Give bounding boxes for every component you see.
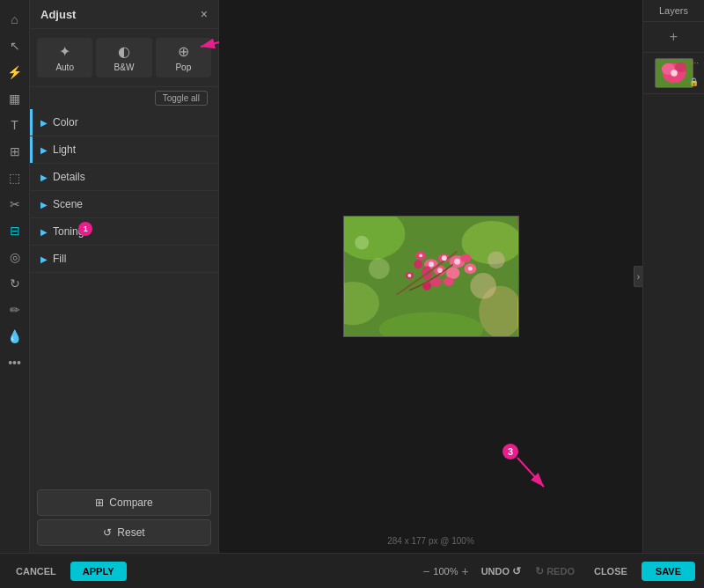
pop-tool-button[interactable]: ⊕ Pop [156,38,211,77]
canvas-area: › 284 x 177 px @ 100% 3 [219,0,642,553]
chevron-icon: ▶ [40,227,48,237]
select-icon[interactable]: ⬚ [3,165,27,190]
svg-point-43 [671,70,678,77]
reset-label: Reset [117,526,144,539]
section-scene-label: Scene [53,198,83,210]
cancel-button[interactable]: CANCEL [9,562,63,580]
svg-point-19 [429,261,434,267]
annotation-arrow-3: 3 [484,438,563,500]
auto-label: Auto [55,62,74,72]
left-toolbar: ⌂ ↖ ⚡ ▦ T ⊞ ⬚ ✂ ⊟ ◎ ↻ ✏ 💧 ••• [0,0,30,553]
layers-header: Layers [643,0,704,22]
layer-thumbnail[interactable]: ··· 🔒 [643,53,704,94]
svg-point-16 [414,260,422,268]
bw-label: B&W [114,62,135,72]
section-light: ▶ Light [30,136,218,164]
panel-close-button[interactable]: × [201,7,208,21]
section-light-header[interactable]: ▶ Light [30,136,218,163]
section-toning-header[interactable]: ▶ Toning 1 [30,218,218,245]
zoom-out-button[interactable]: − [422,564,429,578]
svg-point-17 [460,254,471,262]
svg-point-36 [502,444,518,459]
apply-button[interactable]: APPLY [70,562,127,581]
svg-point-18 [429,276,442,287]
section-details-label: Details [53,171,85,183]
section-color-header[interactable]: ▶ Color [30,109,218,136]
save-button[interactable]: SAVE [642,562,695,581]
pop-label: Pop [175,62,191,72]
panel-buttons: ⊞ Compare ↺ Reset [30,482,218,553]
undo-redo-controls: UNDO ↺ ↻ REDO [476,562,580,581]
toggle-all-button[interactable]: Toggle all [155,91,208,106]
toning-badge: 1 [78,222,92,236]
svg-point-30 [443,277,453,286]
section-fill: ▶ Fill [30,246,218,273]
redo-button[interactable]: ↻ REDO [530,562,580,581]
rotate-icon[interactable]: ↻ [3,271,27,296]
circle-icon[interactable]: ◎ [3,245,27,269]
svg-point-25 [488,251,505,268]
section-fill-label: Fill [53,253,66,265]
layer-options-icon[interactable]: ··· [692,58,699,68]
auto-tool-button[interactable]: ✦ Auto [37,38,92,77]
svg-point-21 [454,259,460,265]
svg-point-26 [355,236,369,250]
cursor-icon[interactable]: ↖ [3,33,27,58]
quick-tools-row: ✦ Auto ◐ B&W ⊕ Pop 2 [30,29,218,87]
brush-icon[interactable]: ✏ [3,298,27,322]
svg-point-20 [441,255,446,261]
undo-icon: ↺ [512,565,521,577]
auto-icon: ✦ [59,43,70,60]
svg-point-34 [407,274,411,277]
svg-point-32 [419,254,422,257]
section-light-label: Light [53,143,76,156]
svg-point-33 [467,267,472,271]
section-toning-label-wrap: Toning 1 [53,225,84,238]
section-details-header[interactable]: ▶ Details [30,164,218,190]
chevron-icon: ▶ [40,200,48,209]
compare-button[interactable]: ⊞ Compare [37,489,211,516]
bw-tool-button[interactable]: ◐ B&W [96,38,151,77]
section-scene-header[interactable]: ▶ Scene [30,191,218,217]
image-info: 284 x 177 px @ 100% [387,536,474,546]
grid-icon[interactable]: ⊞ [3,139,27,164]
layer-image [655,58,693,88]
chevron-icon: ▶ [40,118,48,128]
layers-icon[interactable]: ▦ [3,86,27,111]
layer-lock-icon: 🔒 [689,77,699,86]
zoom-value: 100% [433,566,458,577]
svg-point-24 [369,258,390,279]
undo-label: UNDO [481,566,510,577]
section-scene: ▶ Scene [30,191,218,218]
svg-point-42 [674,62,686,72]
reset-button[interactable]: ↺ Reset [37,519,211,546]
svg-point-22 [436,268,442,273]
text-icon[interactable]: T [3,113,27,137]
close-button[interactable]: CLOSE [587,562,634,580]
add-layer-button[interactable]: + [643,22,704,53]
chevron-icon: ▶ [40,254,48,264]
chevron-icon: ▶ [40,145,48,155]
collapse-panel-button[interactable]: › [634,266,642,288]
adjust-icon[interactable]: ⊟ [3,218,27,243]
dropper-icon[interactable]: 💧 [3,324,27,349]
svg-point-31 [422,282,431,290]
more-icon[interactable]: ••• [3,350,27,375]
image-canvas[interactable] [343,216,519,337]
redo-label: REDO [546,566,575,577]
scissors-icon[interactable]: ✂ [3,192,27,217]
zoom-in-button[interactable]: + [461,564,468,578]
undo-button[interactable]: UNDO ↺ [476,562,526,581]
svg-point-23 [470,273,496,299]
section-details: ▶ Details [30,164,218,191]
adjust-header: Adjust × [30,0,218,29]
bottom-bar: CANCEL APPLY − 100% + UNDO ↺ ↻ REDO CLOS… [0,553,704,588]
bw-icon: ◐ [118,43,130,60]
home-icon[interactable]: ⌂ [3,7,27,32]
magic-icon[interactable]: ⚡ [3,60,27,85]
svg-line-38 [517,458,544,487]
zoom-controls: − 100% + [422,564,469,578]
section-fill-header[interactable]: ▶ Fill [30,246,218,272]
svg-text:3: 3 [508,446,513,457]
chevron-icon: ▶ [40,173,48,182]
